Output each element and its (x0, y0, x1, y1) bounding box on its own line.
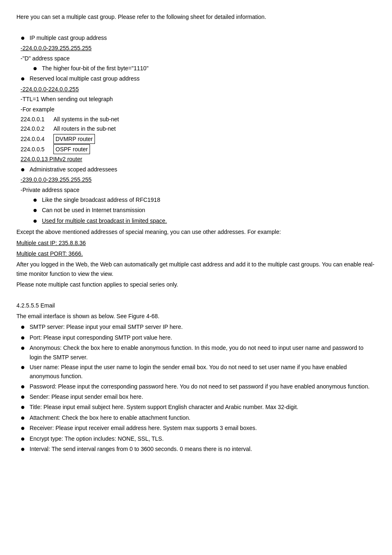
bullet-dot: ● (21, 322, 28, 332)
list-item: ● IP multiple cast group address (16, 33, 376, 43)
list-item: ●SMTP server: Please input your email SM… (16, 322, 376, 332)
indent-block: -"D" address space (16, 54, 376, 63)
bullet-dot: ● (21, 402, 28, 412)
item-text: SMTP server: Please input your email SMT… (30, 322, 183, 331)
bullet-dot: ● (21, 363, 28, 372)
note-text: Please note multiple cast function appli… (16, 280, 376, 289)
bullet-dot: ● (21, 33, 28, 43)
multicast-row: 224.0.0.5 OSPF router (16, 144, 376, 154)
addr-label: 224.0.0.1 (21, 115, 53, 124)
item-text: Can not be used in Internet transmission (42, 206, 145, 215)
multicast-row: 224.0.0.4 DVMRP router (16, 134, 376, 144)
email-section: 4.2.5.5.5 Email The email interface is s… (16, 301, 376, 454)
item-text: Port: Please input corresponding SMTP po… (30, 333, 172, 342)
bullet-dot: ● (21, 382, 28, 391)
item-text: IP multiple cast group address (30, 33, 107, 42)
email-bullets: ●SMTP server: Please input your email SM… (16, 322, 376, 454)
list-item: ●Port: Please input corresponding SMTP p… (16, 333, 376, 342)
indent-block: -224.0.0.0-239.255.255.255 (16, 44, 376, 53)
list-item: ● The higher four-bit of the first byte=… (16, 64, 376, 73)
ttl-info: -TTL=1 When sending out telegraph (21, 96, 113, 102)
multicast-ip: Multiple cast IP: 235.8.8.36 (16, 238, 376, 247)
addr-desc-boxed: DVMRP router (53, 134, 95, 144)
indent-block: -224.0.0.0-224.0.0.255 (16, 85, 376, 94)
indent-block: -TTL=1 When sending out telegraph (16, 95, 376, 104)
addr-desc: All routers in the sub-net (53, 124, 116, 133)
bullet-dot: ● (33, 64, 40, 73)
addr-desc: All systems in the sub-net (53, 115, 119, 124)
list-item: ●User name: Please input the user name t… (16, 363, 376, 381)
bullet-dot: ● (21, 343, 28, 353)
list-item: ● Administrative scoped addressees (16, 165, 376, 174)
multicast-row: 224.0.0.1 All systems in the sub-net (16, 115, 376, 124)
item-text: Interval: The send interval ranges from … (30, 444, 252, 453)
bullet-dot: ● (21, 413, 28, 423)
address-range: -224.0.0.0-224.0.0.255 (21, 86, 79, 92)
list-item: ● Like the single broadcast address of R… (16, 195, 376, 205)
list-item: ●Attachment: Check the box here to enabl… (16, 413, 376, 423)
bullet-dot: ● (33, 195, 40, 205)
indent-block: -239.0.0.0-239.255.255.255 (16, 175, 376, 184)
item-text: Receiver: Please input receiver email ad… (30, 423, 257, 432)
addr-label: 224.0.0.4 (21, 134, 53, 143)
pimv2-row: 224.0.0.13 PIMv2 router (21, 156, 82, 162)
item-text: Administrative scoped addressees (30, 165, 117, 174)
intro-text: Here you can set a multiple cast group. … (16, 12, 376, 21)
item-text: Used for multiple cast broadcast in limi… (42, 216, 167, 225)
multicast-row: 224.0.0.2 All routers in the sub-net (16, 124, 376, 133)
item-text: The higher four-bit of the first byte="1… (42, 64, 148, 73)
email-section-title: 4.2.5.5.5 Email (16, 301, 376, 310)
list-item: ● Reserved local multiple cast group add… (16, 74, 376, 83)
email-intro: The email interface is shown as below. S… (16, 312, 376, 321)
indent-block: -For example (16, 105, 376, 114)
address-space: -"D" address space (21, 55, 70, 62)
addr-desc-boxed: OSPF router (53, 144, 90, 154)
item-text: Password: Please input the corresponding… (30, 382, 369, 391)
list-item: ● Can not be used in Internet transmissi… (16, 206, 376, 215)
bullet-dot: ● (21, 74, 28, 83)
addr-label: 224.0.0.2 (21, 124, 53, 133)
list-item: ●Receiver: Please input receiver email a… (16, 423, 376, 433)
multicast-port: Multiple cast PORT: 3666. (16, 249, 376, 258)
list-item: ●Interval: The send interval ranges from… (16, 444, 376, 454)
bullet-dot: ● (21, 392, 28, 402)
item-text: User name: Please input the user name to… (30, 363, 376, 381)
bullet-dot: ● (21, 434, 28, 444)
item-text: Encrypt type: The option includes: NONE,… (30, 434, 164, 443)
list-item: ●Anonymous: Check the box here to enable… (16, 343, 376, 362)
item-text: Attachment: Check the box here to enable… (30, 413, 190, 422)
after-text: After you logged in the Web, the Web can… (16, 260, 376, 278)
item-text: Reserved local multiple cast group addre… (30, 74, 140, 83)
list-item: ●Title: Please input email subject here.… (16, 402, 376, 412)
private-addr: -Private address space (21, 187, 79, 193)
item-text: Sender: Please input sender email box he… (30, 392, 143, 401)
bullet-dot: ● (21, 423, 28, 433)
bullet-dot: ● (33, 216, 40, 226)
item-text: Anonymous: Check the box here to enable … (30, 343, 376, 362)
bullet-dot: ● (21, 333, 28, 342)
list-item: ●Sender: Please input sender email box h… (16, 392, 376, 402)
bullet-dot: ● (33, 206, 40, 215)
indent-block: -Private address space (16, 185, 376, 194)
list-item: ●Password: Please input the correspondin… (16, 382, 376, 391)
address-range: -224.0.0.0-239.255.255.255 (21, 45, 92, 51)
item-text: Like the single broadcast address of RFC… (42, 195, 160, 204)
item-text: Title: Please input email subject here. … (30, 402, 298, 412)
except-text: Except the above mentioned addresses of … (16, 227, 376, 236)
list-item: ● Used for multiple cast broadcast in li… (16, 216, 376, 226)
addr-label: 224.0.0.5 (21, 145, 53, 154)
bullet-dot: ● (21, 165, 28, 174)
address-range: -239.0.0.0-239.255.255.255 (21, 176, 92, 183)
bullet-dot: ● (21, 444, 28, 454)
list-item: ●Encrypt type: The option includes: NONE… (16, 434, 376, 444)
example-label: -For example (21, 106, 54, 113)
indent-block: 224.0.0.13 PIMv2 router (16, 155, 376, 164)
